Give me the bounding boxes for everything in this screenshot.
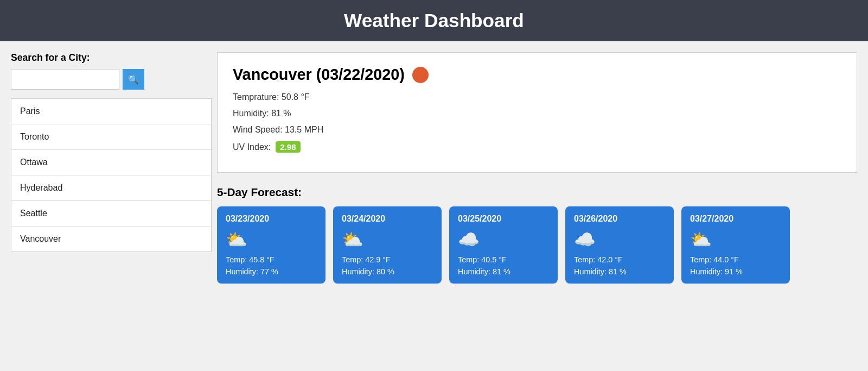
forecast-humidity-2: Humidity: 81 % — [458, 267, 549, 276]
forecast-temp-0: Temp: 45.8 °F — [226, 255, 317, 264]
forecast-icon-4: ⛅ — [690, 229, 781, 250]
list-item[interactable]: Ottawa — [11, 150, 211, 175]
humidity-detail: Humidity: 81 % — [233, 109, 841, 118]
list-item[interactable]: Paris — [11, 99, 211, 124]
list-item[interactable]: Toronto — [11, 124, 211, 150]
weather-status-dot — [412, 67, 429, 83]
forecast-date-0: 03/23/2020 — [226, 214, 317, 224]
forecast-section: 5-Day Forecast: 03/23/2020 ⛅ Temp: 45.8 … — [217, 186, 857, 294]
forecast-temp-1: Temp: 42.9 °F — [342, 255, 433, 264]
city-title-row: Vancouver (03/22/2020) — [233, 66, 841, 84]
forecast-humidity-0: Humidity: 77 % — [226, 267, 317, 276]
forecast-date-3: 03/26/2020 — [574, 214, 665, 224]
forecast-icon-1: ⛅ — [342, 229, 433, 250]
uv-label: UV Index: — [233, 142, 271, 152]
forecast-icon-0: ⛅ — [226, 229, 317, 250]
search-button[interactable]: 🔍 — [123, 69, 144, 90]
search-input[interactable] — [11, 69, 119, 90]
forecast-card-2: 03/25/2020 ☁️ Temp: 40.5 °F Humidity: 81… — [449, 206, 558, 284]
list-item[interactable]: Vancouver — [11, 227, 211, 251]
forecast-humidity-1: Humidity: 80 % — [342, 267, 433, 276]
forecast-title: 5-Day Forecast: — [217, 186, 857, 199]
forecast-date-1: 03/24/2020 — [342, 214, 433, 224]
city-list: Paris Toronto Ottawa Hyderabad Seattle V… — [11, 98, 212, 252]
temperature-detail: Temprature: 50.8 °F — [233, 92, 841, 102]
forecast-humidity-3: Humidity: 81 % — [574, 267, 665, 276]
list-item[interactable]: Seattle — [11, 201, 211, 227]
search-label: Search for a City: — [11, 52, 206, 64]
search-row: 🔍 — [11, 69, 206, 90]
forecast-date-2: 03/25/2020 — [458, 214, 549, 224]
app-title: Weather Dashboard — [344, 10, 524, 31]
sidebar: Search for a City: 🔍 Paris Toronto Ottaw… — [11, 52, 217, 294]
list-item[interactable]: Hyderabad — [11, 175, 211, 201]
uv-badge: 2.98 — [276, 141, 301, 153]
forecast-icon-3: ☁️ — [574, 229, 665, 250]
wind-speed-detail: Wind Speed: 13.5 MPH — [233, 125, 841, 135]
forecast-cards: 03/23/2020 ⛅ Temp: 45.8 °F Humidity: 77 … — [217, 206, 857, 284]
forecast-temp-4: Temp: 44.0 °F — [690, 255, 781, 264]
forecast-card-3: 03/26/2020 ☁️ Temp: 42.0 °F Humidity: 81… — [565, 206, 674, 284]
app-header: Weather Dashboard — [0, 0, 868, 41]
forecast-card-0: 03/23/2020 ⛅ Temp: 45.8 °F Humidity: 77 … — [217, 206, 326, 284]
search-icon: 🔍 — [128, 74, 139, 85]
main-content: Vancouver (03/22/2020) Temprature: 50.8 … — [217, 52, 857, 294]
forecast-temp-2: Temp: 40.5 °F — [458, 255, 549, 264]
forecast-humidity-4: Humidity: 91 % — [690, 267, 781, 276]
forecast-icon-2: ☁️ — [458, 229, 549, 250]
current-city-title: Vancouver (03/22/2020) — [233, 66, 405, 84]
forecast-date-4: 03/27/2020 — [690, 214, 781, 224]
forecast-card-4: 03/27/2020 ⛅ Temp: 44.0 °F Humidity: 91 … — [681, 206, 790, 284]
uv-detail: UV Index: 2.98 — [233, 141, 841, 153]
current-weather-card: Vancouver (03/22/2020) Temprature: 50.8 … — [217, 52, 857, 173]
forecast-card-1: 03/24/2020 ⛅ Temp: 42.9 °F Humidity: 80 … — [333, 206, 442, 284]
forecast-temp-3: Temp: 42.0 °F — [574, 255, 665, 264]
